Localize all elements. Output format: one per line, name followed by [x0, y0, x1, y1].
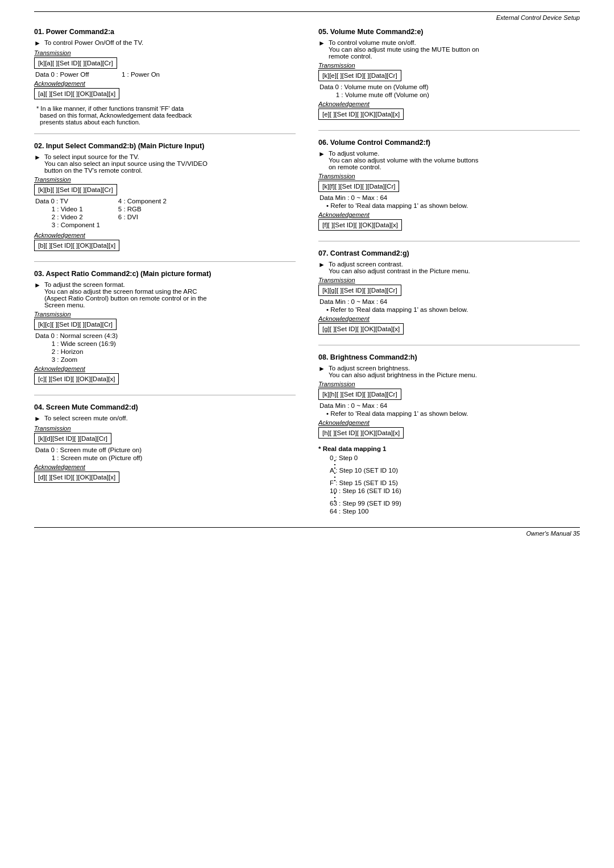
ack-code-06: [f][ ][Set ID][ ][OK][Data][x]: [318, 219, 402, 231]
divider-01: [34, 133, 296, 134]
arrow-icon-05: ►: [318, 39, 325, 47]
section-01: 01. Power Command2:a ► To control Power …: [34, 28, 296, 126]
section-04-desc: To select screen mute on/off.: [44, 415, 296, 422]
ack-code-04: [d][ ][Set ID][ ][OK][Data][x]: [34, 471, 119, 483]
divider-02: [34, 261, 296, 262]
section-01-title: 01. Power Command2:a: [34, 28, 296, 36]
ack-label-08: Acknowledgement: [318, 419, 580, 426]
section-08-bullet: ► To adjust screen brightness. You can a…: [318, 365, 580, 378]
transmission-label-01: Transmission: [34, 49, 296, 56]
real-data-mapping: * Real data mapping 1 0 : Step 0 ⋮ A : S…: [318, 445, 580, 515]
sub-bullet-07: Refer to 'Real data mapping 1' as shown …: [326, 306, 580, 313]
section-03-title: 03. Aspect Ratio Command2:c) (Main pictu…: [34, 270, 296, 278]
arrow-icon-06: ►: [318, 150, 325, 158]
arrow-icon: ►: [34, 39, 41, 47]
ack-label-04: Acknowledgement: [34, 464, 296, 470]
ack-code-03: [c][ ][Set ID][ ][OK][Data][x]: [34, 373, 119, 385]
mapping-item-A: A : Step 10 (SET ID 10): [330, 467, 580, 474]
section-05-title: 05. Volume Mute Command2:e): [318, 28, 580, 36]
top-rule: [34, 11, 580, 12]
divider-03: [34, 395, 296, 395]
section-02-desc: To select input source for the TV. You c…: [44, 153, 296, 174]
data-block-02: Data 0 : TV 1 : Video 1 2 : Video 2 3 : …: [34, 198, 296, 229]
ack-label-07: Acknowledgement: [318, 315, 580, 322]
section-07-title: 07. Contrast Command2:g): [318, 249, 580, 257]
footer: Owner's Manual 35: [34, 527, 580, 537]
transmission-code-07: [k][g][ ][Set ID][ ][Data][Cr]: [318, 285, 401, 296]
ack-label-03: Acknowledgement: [34, 365, 296, 372]
transmission-code-08: [k][h][ ][Set ID][ ][Data][Cr]: [318, 389, 401, 400]
transmission-label-08: Transmission: [318, 381, 580, 387]
mapping-item-dot3: ⋮: [330, 495, 580, 499]
ack-label-06: Acknowledgement: [318, 211, 580, 218]
data-left-02: Data 0 : TV 1 : Video 1 2 : Video 2 3 : …: [34, 198, 100, 229]
ack-code-02: [b][ ][Set ID][ ][OK][Data][x]: [34, 240, 119, 251]
arrow-icon-08: ►: [318, 365, 325, 373]
transmission-code-01: [k][a][ ][Set ID][ ][Data][Cr]: [34, 57, 117, 69]
ack-label-05: Acknowledgement: [318, 101, 580, 107]
mapping-item-10: 10 : Step 16 (SET ID 16): [330, 487, 580, 494]
page: External Control Device Setup 01. Power …: [0, 0, 614, 868]
footer-text: Owner's Manual 35: [526, 530, 580, 537]
transmission-code-06: [k][f][ ][Set ID][ ][Data][Cr]: [318, 181, 399, 192]
arrow-icon-03: ►: [34, 281, 41, 289]
section-05-bullet: ► To control volume mute on/off. You can…: [318, 39, 580, 60]
section-02-title: 02. Input Select Command2:b) (Main Pictu…: [34, 142, 296, 150]
arrow-icon-02: ►: [34, 153, 41, 161]
mapping-item-dot1: ⋮: [330, 462, 580, 466]
section-04-bullet: ► To select screen mute on/off.: [34, 415, 296, 423]
transmission-label-07: Transmission: [318, 277, 580, 283]
page-header: External Control Device Setup: [34, 14, 580, 21]
divider-05: [318, 130, 580, 131]
transmission-code-03: [k][c][ ][Set ID][ ][Data][Cr]: [34, 319, 117, 330]
ack-label-01: Acknowledgement: [34, 80, 296, 87]
mapping-item-dot2: ⋮: [330, 475, 580, 478]
section-07-desc: To adjust screen contrast. You can also …: [329, 261, 580, 274]
ack-label-02: Acknowledgement: [34, 232, 296, 239]
section-03-desc: To adjust the screen format. You can als…: [44, 281, 296, 308]
arrow-icon-04: ►: [34, 415, 41, 423]
section-08-title: 08. Brightness Command2:h): [318, 353, 580, 361]
transmission-label-02: Transmission: [34, 176, 296, 183]
transmission-code-04: [k][d][Set ID][ ][Data][Cr]: [34, 433, 111, 444]
section-04-title: 04. Screen Mute Command2:d): [34, 403, 296, 411]
section-05-desc: To control volume mute on/off. You can a…: [329, 39, 580, 60]
mapping-title: * Real data mapping 1: [318, 445, 580, 452]
section-01-desc: To control Power On/Off of the TV.: [44, 39, 296, 46]
section-08-desc: To adjust screen brightness. You can als…: [329, 365, 580, 378]
section-03: 03. Aspect Ratio Command2:c) (Main pictu…: [34, 270, 296, 387]
divider-06: [318, 241, 580, 241]
ack-code-01: [a][ ][Set ID][ ][OK][Data][x]: [34, 88, 119, 99]
arrow-icon-07: ►: [318, 261, 325, 269]
transmission-label-04: Transmission: [34, 425, 296, 432]
section-08: 08. Brightness Command2:h) ► To adjust s…: [318, 353, 580, 515]
main-content: 01. Power Command2:a ► To control Power …: [34, 28, 580, 516]
transmission-label-05: Transmission: [318, 62, 580, 69]
left-column: 01. Power Command2:a ► To control Power …: [34, 28, 296, 516]
section-01-bullet: ► To control Power On/Off of the TV.: [34, 39, 296, 47]
mapping-item-0: 0 : Step 0: [330, 454, 580, 461]
ack-code-05: [e][ ][Set ID][ ][OK][Data][x]: [318, 108, 404, 120]
transmission-code-05: [k][e][ ][Set ID][ ][Data][Cr]: [318, 70, 401, 81]
section-05: 05. Volume Mute Command2:e) ► To control…: [318, 28, 580, 122]
section-07: 07. Contrast Command2:g) ► To adjust scr…: [318, 249, 580, 337]
mapping-item-F: F : Step 15 (SET ID 15): [330, 479, 580, 486]
transmission-label-06: Transmission: [318, 173, 580, 180]
section-06-bullet: ► To adjust volume. You can also adjust …: [318, 150, 580, 170]
ack-code-08: [h][ ][Set ID][ ][OK][Data][x]: [318, 427, 404, 439]
section-06-title: 06. Volume Control Command2:f): [318, 139, 580, 147]
mapping-item-64: 64 : Step 100: [330, 508, 580, 515]
right-column: 05. Volume Mute Command2:e) ► To control…: [318, 28, 580, 516]
sub-bullet-08: Refer to 'Real data mapping 1' as shown …: [326, 410, 580, 417]
note-01: * In a like manner, if other functions t…: [36, 105, 296, 126]
mapping-item-63: 63 : Step 99 (SET ID 99): [330, 500, 580, 507]
section-07-bullet: ► To adjust screen contrast. You can als…: [318, 261, 580, 274]
header-title: External Control Device Setup: [496, 14, 580, 21]
section-02: 02. Input Select Command2:b) (Main Pictu…: [34, 142, 296, 253]
section-06-desc: To adjust volume. You can also adjust vo…: [329, 150, 580, 170]
section-03-bullet: ► To adjust the screen format. You can a…: [34, 281, 296, 308]
transmission-code-02: [k][b][ ][Set ID][ ][Data][Cr]: [34, 184, 117, 195]
data-line-01-0: Data 0 : Power Off 1 : Power On: [35, 71, 296, 78]
section-06: 06. Volume Control Command2:f) ► To adju…: [318, 139, 580, 233]
ack-code-07: [g][ ][Set ID][ ][OK][Data][x]: [318, 323, 404, 335]
